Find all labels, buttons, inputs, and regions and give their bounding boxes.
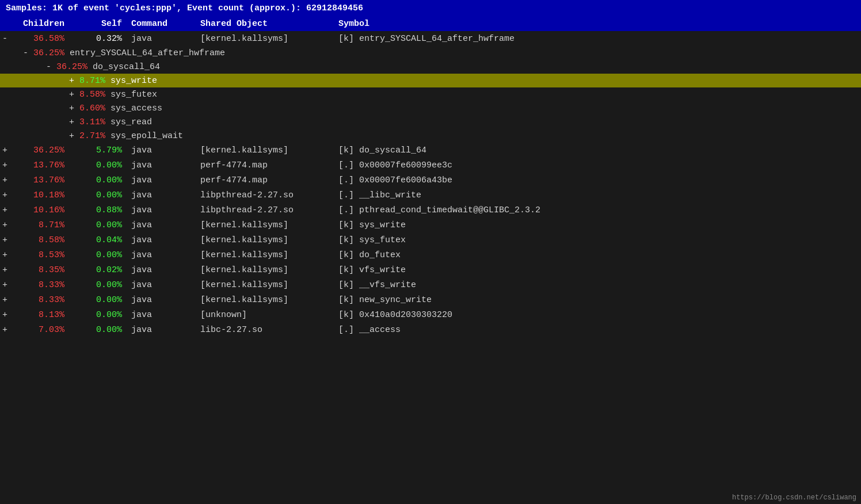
data-row-3[interactable]: + 10.18% 0.00% java libpthread-2.27.so [… xyxy=(0,188,861,203)
row-self: 0.00% xyxy=(69,280,127,290)
top-data-row[interactable]: - 36.58% 0.32% java [kernel.kallsyms] [k… xyxy=(0,31,861,46)
row-command: java xyxy=(127,310,196,320)
row-command: java xyxy=(127,190,196,200)
col-header-shared[interactable]: Shared Object xyxy=(196,19,334,29)
row-prefix: + xyxy=(0,325,12,335)
row-command: java xyxy=(127,280,196,290)
row-children: 8.71% xyxy=(12,220,69,230)
row-prefix: + xyxy=(0,235,12,245)
row-symbol: [.] __access xyxy=(334,325,861,335)
data-row-4[interactable]: + 10.16% 0.88% java libpthread-2.27.so [… xyxy=(0,203,861,217)
row-children: 8.33% xyxy=(12,280,69,290)
top-row-self: 0.32% xyxy=(69,34,127,44)
row-shared: libpthread-2.27.so xyxy=(196,190,334,200)
col-header-children[interactable]: Children xyxy=(0,19,69,29)
data-row-7[interactable]: + 8.53% 0.00% java [kernel.kallsyms] [k]… xyxy=(0,247,861,262)
row-shared: [kernel.kallsyms] xyxy=(196,265,334,275)
row-self: 0.00% xyxy=(69,175,127,185)
row-children: 10.18% xyxy=(12,190,69,200)
perf-header: Samples: 1K of event 'cycles:ppp', Event… xyxy=(0,0,861,17)
row-symbol: [k] __vfs_write xyxy=(334,280,861,290)
data-row-9[interactable]: + 8.33% 0.00% java [kernel.kallsyms] [k]… xyxy=(0,277,861,292)
row-self: 0.00% xyxy=(69,220,127,230)
row-command: java xyxy=(127,161,196,170)
row-self: 0.00% xyxy=(69,190,127,200)
top-row-command: java xyxy=(127,34,196,44)
data-row-2[interactable]: + 13.76% 0.00% java perf-4774.map [.] 0x… xyxy=(0,173,861,188)
row-self: 0.00% xyxy=(69,295,127,305)
top-row-prefix: - xyxy=(0,34,12,44)
data-row-6[interactable]: + 8.58% 0.04% java [kernel.kallsyms] [k]… xyxy=(0,232,861,247)
row-shared: [kernel.kallsyms] xyxy=(196,295,334,305)
row-self: 0.00% xyxy=(69,250,127,260)
expanded-row-2[interactable]: - 36.25% do_syscall_64 xyxy=(0,60,861,74)
row-children: 7.03% xyxy=(12,325,69,335)
row-command: java xyxy=(127,265,196,275)
row-shared: [unknown] xyxy=(196,310,334,320)
column-headers: Children Self Command Shared Object Symb… xyxy=(0,17,861,31)
row-symbol: [k] new_sync_write xyxy=(334,295,861,305)
row-prefix: + xyxy=(0,295,12,305)
data-row-1[interactable]: + 13.76% 0.00% java perf-4774.map [.] 0x… xyxy=(0,158,861,173)
expanded-row-4[interactable]: + 8.58% sys_futex xyxy=(0,87,861,101)
expanded-row-7[interactable]: + 2.71% sys_epoll_wait xyxy=(0,129,861,143)
row-self: 0.00% xyxy=(69,325,127,335)
data-row-11[interactable]: + 8.13% 0.00% java [unknown] [k] 0x410a0… xyxy=(0,307,861,322)
data-row-5[interactable]: + 8.71% 0.00% java [kernel.kallsyms] [k]… xyxy=(0,217,861,232)
row-command: java xyxy=(127,235,196,245)
col-header-self[interactable]: Self xyxy=(69,19,127,29)
row-children: 13.76% xyxy=(12,175,69,185)
row-prefix: + xyxy=(0,310,12,320)
data-row-8[interactable]: + 8.35% 0.02% java [kernel.kallsyms] [k]… xyxy=(0,262,861,277)
row-children: 8.58% xyxy=(12,235,69,245)
row-symbol: [.] pthread_cond_timedwait@@GLIBC_2.3.2 xyxy=(334,205,861,215)
row-self: 0.02% xyxy=(69,265,127,275)
top-row-symbol: [k] entry_SYSCALL_64_after_hwframe xyxy=(334,34,861,44)
row-symbol: [k] 0x410a0d2030303220 xyxy=(334,310,861,320)
row-symbol: [k] do_futex xyxy=(334,250,861,260)
row-self: 0.04% xyxy=(69,235,127,245)
row-shared: libc-2.27.so xyxy=(196,325,334,335)
row-prefix: + xyxy=(0,190,12,200)
expanded-row-1[interactable]: - 36.25% entry_SYSCALL_64_after_hwframe xyxy=(0,46,861,60)
row-command: java xyxy=(127,146,196,155)
row-self: 0.00% xyxy=(69,161,127,170)
row-command: java xyxy=(127,220,196,230)
row-children: 8.13% xyxy=(12,310,69,320)
row-prefix: + xyxy=(0,161,12,170)
data-row-0[interactable]: + 36.25% 5.79% java [kernel.kallsyms] [k… xyxy=(0,143,861,158)
row-prefix: + xyxy=(0,175,12,185)
row-command: java xyxy=(127,205,196,215)
row-children: 8.53% xyxy=(12,250,69,260)
row-self: 0.00% xyxy=(69,310,127,320)
row-symbol: [.] 0x00007fe6006a43be xyxy=(334,175,861,185)
row-prefix: + xyxy=(0,205,12,215)
watermark: https://blog.csdn.net/csliwang xyxy=(732,494,856,502)
row-shared: perf-4774.map xyxy=(196,175,334,185)
expanded-row-6[interactable]: + 3.11% sys_read xyxy=(0,115,861,129)
row-command: java xyxy=(127,295,196,305)
row-symbol: [.] 0x00007fe60099ee3c xyxy=(334,161,861,170)
row-children: 8.33% xyxy=(12,295,69,305)
expanded-row-5[interactable]: + 6.60% sys_access xyxy=(0,101,861,115)
expanded-row-3-highlighted[interactable]: + 8.71% sys_write xyxy=(0,74,861,87)
header-title: Samples: 1K of event 'cycles:ppp', Event… xyxy=(6,3,363,13)
row-children: 8.35% xyxy=(12,265,69,275)
row-children: 10.16% xyxy=(12,205,69,215)
top-row-shared: [kernel.kallsyms] xyxy=(196,34,334,44)
row-prefix: + xyxy=(0,146,12,155)
data-row-12[interactable]: + 7.03% 0.00% java libc-2.27.so [.] __ac… xyxy=(0,322,861,337)
row-command: java xyxy=(127,250,196,260)
row-shared: [kernel.kallsyms] xyxy=(196,220,334,230)
row-prefix: + xyxy=(0,265,12,275)
data-rows-container: + 36.25% 5.79% java [kernel.kallsyms] [k… xyxy=(0,143,861,337)
row-self: 5.79% xyxy=(69,146,127,155)
data-row-10[interactable]: + 8.33% 0.00% java [kernel.kallsyms] [k]… xyxy=(0,292,861,307)
row-command: java xyxy=(127,325,196,335)
col-header-command[interactable]: Command xyxy=(127,19,196,29)
col-header-symbol[interactable]: Symbol xyxy=(334,19,861,29)
row-prefix: + xyxy=(0,250,12,260)
row-self: 0.88% xyxy=(69,205,127,215)
row-shared: [kernel.kallsyms] xyxy=(196,280,334,290)
row-shared: [kernel.kallsyms] xyxy=(196,146,334,155)
